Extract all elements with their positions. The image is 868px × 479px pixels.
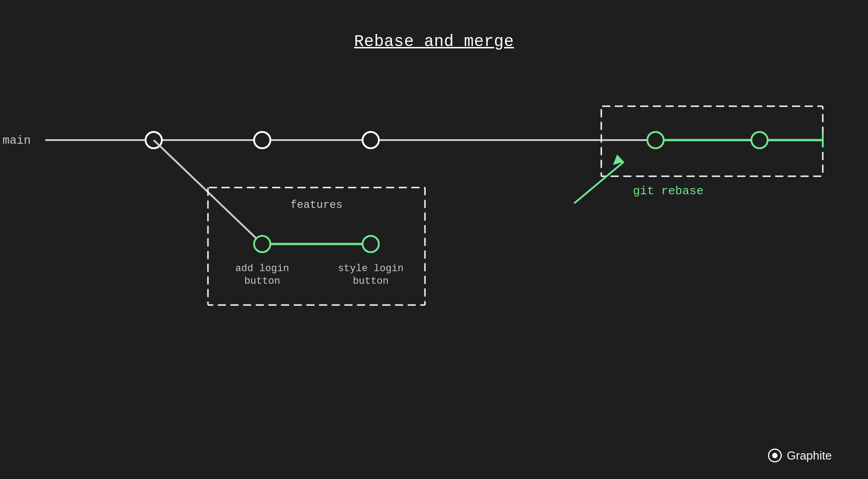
main-label: main (3, 134, 31, 147)
features-label: features (290, 199, 342, 211)
commit-node-2 (254, 132, 270, 148)
add-login-button-label-2: button (244, 276, 280, 287)
style-login-button-label-2: button (353, 276, 388, 287)
canvas: Rebase and merge main features add login… (0, 0, 868, 479)
feature-commit-2 (363, 236, 379, 252)
commit-node-3 (363, 132, 379, 148)
svg-line-4 (574, 162, 624, 203)
svg-point-8 (772, 453, 778, 458)
add-login-button-label-1: add login (236, 263, 289, 274)
graphite-logo-icon (768, 448, 782, 463)
brand-name: Graphite (787, 449, 832, 463)
diagram-svg: main features add login button style log… (0, 0, 868, 479)
git-rebase-label: git rebase (633, 184, 703, 198)
feature-commit-1 (254, 236, 270, 252)
brand: Graphite (768, 448, 832, 463)
rebased-commit-2 (751, 132, 768, 148)
style-login-button-label-1: style login (338, 263, 403, 274)
rebased-commit-1 (647, 132, 664, 148)
